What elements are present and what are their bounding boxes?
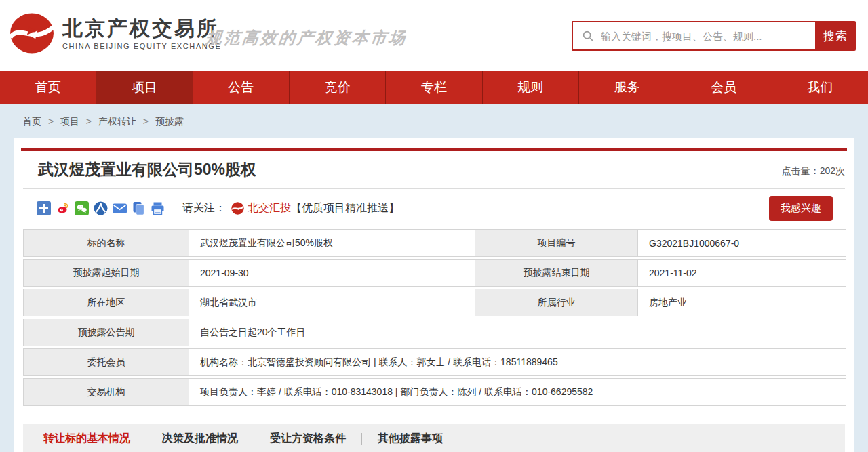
nav-item-home[interactable]: 首页 [0, 71, 96, 104]
main-nav: 首页 项目 公告 竞价 专栏 规则 服务 会员 我们 [0, 71, 868, 104]
row-label: 所属行业 [475, 289, 638, 316]
wechat-icon[interactable] [75, 201, 89, 215]
table-row: 预披露公告期 自公告之日起20个工作日 [23, 319, 846, 346]
share-row: 请关注： 北交汇投 【优质项目精准推送】 我感兴趣 [23, 199, 845, 218]
title-row: 武汉煜茂置业有限公司50%股权 点击量：202次 [23, 151, 845, 189]
row-value: 2021-11-02 [638, 259, 846, 287]
slogan: 规范高效的产权资本市场 [204, 27, 408, 49]
nav-item-announcements[interactable]: 公告 [193, 71, 290, 104]
search-box [572, 21, 815, 51]
tab-decision-approval[interactable]: 决策及批准情况 [162, 432, 238, 446]
people-weibo-icon[interactable] [94, 201, 108, 215]
nav-item-rules[interactable]: 规则 [483, 71, 579, 104]
follow-promo: 【优质项目精准推送】 [291, 201, 399, 215]
project-detail-card: 武汉煜茂置业有限公司50%股权 点击量：202次 [14, 138, 854, 452]
print-icon[interactable] [151, 201, 165, 215]
copy-icon[interactable] [132, 201, 146, 215]
logo-subtitle: CHINA BEIJING EQUITY EXCHANGE [62, 42, 221, 50]
nav-item-about[interactable]: 我们 [772, 71, 868, 104]
site-header: 北京产权交易所 CHINA BEIJING EQUITY EXCHANGE 规范… [0, 0, 868, 71]
table-row: 预披露起始日期 2021-09-30 预披露结束日期 2021-11-02 [23, 259, 846, 287]
tab-separator [254, 433, 254, 445]
row-value: 2021-09-30 [189, 259, 475, 287]
breadcrumb-separator: > [143, 116, 149, 127]
brand-link[interactable]: 北交汇投 [248, 201, 291, 215]
row-label: 标的名称 [23, 229, 189, 257]
detail-tabs: 转让标的基本情况 决策及批准情况 受让方资格条件 其他披露事项 [23, 424, 845, 452]
nav-item-members[interactable]: 会员 [675, 71, 772, 104]
interested-button[interactable]: 我感兴趣 [769, 196, 833, 221]
row-value: 房地产业 [638, 289, 846, 316]
bjex-mini-logo-icon [231, 202, 244, 215]
breadcrumb-separator: > [48, 116, 54, 127]
row-label: 所在地区 [23, 289, 189, 316]
search-button[interactable]: 搜索 [815, 21, 856, 51]
row-label: 委托会员 [23, 348, 189, 376]
breadcrumb-equity-transfer[interactable]: 产权转让 [98, 116, 136, 127]
tab-basic-info[interactable]: 转让标的基本情况 [43, 432, 130, 446]
weibo-icon[interactable] [56, 201, 70, 215]
table-row: 标的名称 武汉煜茂置业有限公司50%股权 项目编号 G32021BJ100066… [23, 229, 846, 257]
hit-count: 点击量：202次 [782, 165, 845, 180]
search-icon [582, 30, 594, 42]
search-widget: 搜索 [572, 21, 856, 51]
nav-item-services[interactable]: 服务 [579, 71, 675, 104]
mail-icon[interactable] [113, 201, 127, 215]
logo-text: 北京产权交易所 CHINA BEIJING EQUITY EXCHANGE [62, 17, 221, 50]
row-label: 预披露结束日期 [475, 259, 638, 287]
tab-separator [361, 433, 362, 445]
row-label: 预披露起始日期 [23, 259, 189, 287]
breadcrumb: 首页 > 项目 > 产权转让 > 预披露 [0, 104, 868, 138]
breadcrumb-home[interactable]: 首页 [22, 116, 41, 127]
nav-item-columns[interactable]: 专栏 [386, 71, 482, 104]
tab-transferee-qualifications[interactable]: 受让方资格条件 [270, 432, 346, 446]
table-row: 委托会员 机构名称：北京智德盛投资顾问有限公司 | 联系人：郭女士 / 联系电话… [23, 348, 846, 376]
table-row: 交易机构 项目负责人：李婷 / 联系电话：010-83143018 | 部门负责… [23, 378, 846, 406]
page-title: 武汉煜茂置业有限公司50%股权 [38, 159, 256, 180]
row-value: 项目负责人：李婷 / 联系电话：010-83143018 | 部门负责人：陈列 … [189, 378, 846, 406]
row-value: 武汉煜茂置业有限公司50%股权 [189, 229, 475, 257]
breadcrumb-separator: > [86, 116, 92, 127]
logo-title: 北京产权交易所 [62, 17, 221, 40]
follow-us: 请关注： 北交汇投 【优质项目精准推送】 [182, 201, 399, 215]
row-label: 预披露公告期 [23, 319, 189, 346]
row-value: 机构名称：北京智德盛投资顾问有限公司 | 联系人：郭女士 / 联系电话：1851… [189, 348, 846, 376]
bjex-logo-icon [9, 11, 54, 56]
row-value: 自公告之日起20个工作日 [189, 319, 846, 346]
row-label: 项目编号 [475, 229, 638, 257]
breadcrumb-pre-disclosure: 预披露 [155, 116, 184, 127]
row-value: G32021BJ1000667-0 [638, 229, 846, 257]
follow-label: 请关注： [182, 201, 226, 215]
share-icons [37, 201, 165, 215]
tab-other-disclosure[interactable]: 其他披露事项 [378, 432, 443, 446]
nav-item-projects[interactable]: 项目 [96, 71, 193, 104]
nav-item-bidding[interactable]: 竞价 [290, 71, 386, 104]
table-row: 所在地区 湖北省武汉市 所属行业 房地产业 [23, 289, 846, 316]
project-info-table: 标的名称 武汉煜茂置业有限公司50%股权 项目编号 G32021BJ100066… [23, 227, 846, 408]
share-plus-icon[interactable] [37, 201, 51, 215]
row-label: 交易机构 [23, 378, 189, 406]
breadcrumb-projects[interactable]: 项目 [60, 116, 79, 127]
search-input[interactable] [594, 30, 815, 42]
row-value: 湖北省武汉市 [189, 289, 475, 316]
tab-separator [146, 433, 146, 445]
site-logo[interactable]: 北京产权交易所 CHINA BEIJING EQUITY EXCHANGE [9, 11, 221, 56]
